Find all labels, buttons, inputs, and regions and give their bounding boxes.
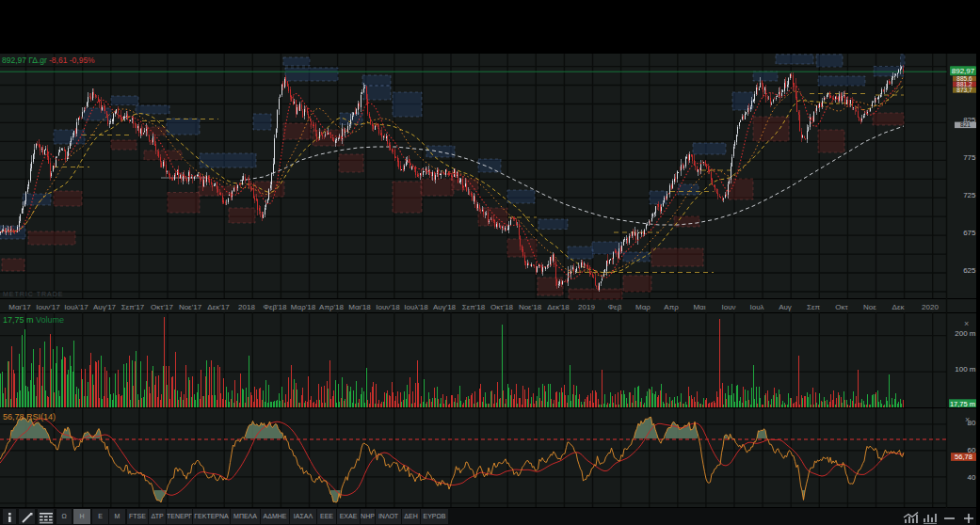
svg-text:Οκτ: Οκτ	[835, 303, 848, 311]
svg-text:Μαρ: Μαρ	[635, 303, 651, 311]
svg-text:Ιουλ'17: Ιουλ'17	[64, 303, 88, 311]
svg-text:821: 821	[960, 121, 971, 128]
svg-text:Οκτ'18: Οκτ'18	[490, 303, 513, 311]
svg-text:Ιουλ: Ιουλ	[749, 303, 763, 311]
svg-text:Μαι'17: Μαι'17	[8, 303, 31, 311]
svg-text:40: 40	[968, 473, 976, 482]
svg-text:Νοε'17: Νοε'17	[179, 303, 202, 311]
svg-text:×: ×	[965, 415, 970, 424]
svg-text:-8,61 -0,95%: -8,61 -0,95%	[49, 56, 95, 65]
svg-text:873,7: 873,7	[956, 87, 972, 93]
svg-text:625: 625	[963, 266, 976, 275]
svg-text:Ιουν: Ιουν	[721, 303, 735, 311]
svg-text:17,75 m Volume: 17,75 m Volume	[3, 315, 64, 325]
svg-text:675: 675	[963, 229, 976, 237]
svg-text:Μαι'18: Μαι'18	[348, 303, 371, 311]
svg-text:Αυγ'17: Αυγ'17	[93, 303, 117, 311]
svg-text:100 m: 100 m	[955, 365, 976, 374]
svg-text:Μαι: Μαι	[693, 303, 705, 311]
svg-text:2018: 2018	[238, 303, 255, 311]
svg-text:Σεπ: Σεπ	[807, 303, 821, 311]
svg-text:Σεπ'17: Σεπ'17	[121, 303, 145, 311]
svg-text:725: 725	[963, 191, 976, 199]
svg-text:2020: 2020	[922, 303, 939, 311]
svg-text:Νοε: Νοε	[863, 303, 876, 311]
svg-text:56,78 RSI(14): 56,78 RSI(14)	[3, 412, 56, 422]
svg-text:Αυγ'18: Αυγ'18	[433, 303, 457, 311]
svg-text:Ιουλ'18: Ιουλ'18	[404, 303, 428, 311]
svg-text:892,97 ΓΔ.gr: 892,97 ΓΔ.gr	[2, 56, 47, 65]
svg-text:Μαρ'18: Μαρ'18	[291, 303, 316, 311]
svg-text:Απρ: Απρ	[664, 303, 679, 311]
svg-text:Δεκ'17: Δεκ'17	[207, 303, 230, 311]
svg-text:Νοε'18: Νοε'18	[519, 303, 542, 311]
svg-text:2019: 2019	[578, 303, 595, 311]
svg-text:Αυγ: Αυγ	[779, 303, 792, 311]
svg-text:Δεκ: Δεκ	[892, 303, 906, 311]
svg-text:Σεπ'18: Σεπ'18	[462, 303, 486, 311]
svg-text:56,78: 56,78	[955, 453, 972, 461]
svg-text:200 m: 200 m	[955, 329, 976, 338]
svg-text:775: 775	[963, 153, 976, 162]
svg-text:Φεβ'18: Φεβ'18	[264, 303, 288, 311]
svg-text:Απρ'18: Απρ'18	[319, 303, 344, 311]
svg-text:Φεβ: Φεβ	[608, 303, 622, 311]
svg-text:17,75 m: 17,75 m	[950, 400, 975, 408]
svg-text:×: ×	[964, 319, 969, 328]
svg-text:Ιουν'17: Ιουν'17	[36, 303, 60, 311]
svg-text:Ιουν'18: Ιουν'18	[376, 303, 400, 311]
svg-text:Δεκ'18: Δεκ'18	[547, 303, 570, 311]
svg-text:ΜΕΤRIC TRADE: ΜΕΤRIC TRADE	[3, 291, 63, 297]
svg-text:Οκτ'17: Οκτ'17	[151, 303, 173, 311]
